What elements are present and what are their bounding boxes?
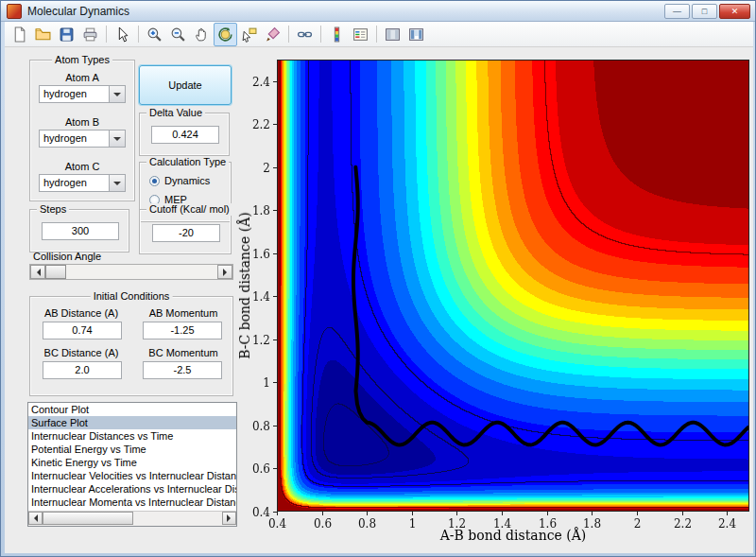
zoom-out-icon: [170, 26, 186, 43]
bc-momentum-label: BC Momentum: [132, 347, 234, 358]
delta-value-panel: Delta Value 0.424: [139, 113, 230, 156]
panel-title: Steps: [37, 203, 69, 216]
figure-toolbar: [5, 22, 753, 47]
steps-input[interactable]: 300: [42, 222, 119, 240]
arrow-left-icon: [30, 514, 38, 522]
arrow-left-icon: [33, 269, 41, 276]
atom-b-label: Atom B: [30, 116, 134, 128]
data-cursor-button[interactable]: [237, 23, 261, 46]
toolbar-separator: [106, 26, 107, 43]
app-icon: [7, 4, 22, 19]
horizontal-scrollbar[interactable]: [28, 511, 236, 526]
pes-contour-plot-canvas[interactable]: [233, 50, 753, 549]
list-item[interactable]: Internuclear Velocities vs Internuclear …: [28, 469, 236, 482]
slider-left-arrow-button[interactable]: [30, 265, 45, 279]
toolbar-separator: [138, 26, 139, 43]
ab-momentum-label: AB Momentum: [132, 307, 234, 319]
panel-title: Cutoff (Kcal/ mol): [146, 203, 232, 216]
chevron-down-icon: [113, 93, 121, 100]
atom-a-select[interactable]: hydrogen: [39, 85, 126, 103]
plot-tools-hide-icon: [385, 26, 401, 43]
atom-a-value: hydrogen: [43, 86, 87, 102]
link-plot-button[interactable]: [293, 23, 317, 46]
data-cursor-icon: [241, 26, 257, 43]
atom-b-value: hydrogen: [43, 131, 87, 147]
atom-a-label: Atom A: [30, 72, 134, 83]
plot-tools-show-icon: [408, 26, 424, 43]
bc-distance-label: BC Distance (A): [30, 347, 132, 358]
rotate-3d-button[interactable]: [214, 23, 237, 46]
radio-dynamics[interactable]: Dynamics: [149, 175, 210, 186]
list-item[interactable]: Internuclear Momenta vs Internuclear Dis…: [28, 496, 236, 509]
pan-button[interactable]: [190, 23, 214, 46]
combo-arrow-button[interactable]: [109, 175, 125, 191]
maximize-button[interactable]: □: [692, 4, 717, 19]
open-file-button[interactable]: [31, 23, 55, 46]
zoom-in-button[interactable]: [143, 23, 166, 46]
rotate-3d-icon: [217, 26, 233, 43]
save-floppy-icon: [59, 26, 75, 43]
scrollbar-thumb[interactable]: [43, 512, 133, 525]
list-item[interactable]: Internuclear Accelerations vs Internucle…: [28, 482, 236, 496]
list-item[interactable]: Contour Plot: [28, 403, 236, 416]
edit-plot-button[interactable]: [111, 23, 134, 46]
pointer-arrow-icon: [114, 26, 130, 43]
slider-right-arrow-button[interactable]: [217, 265, 232, 279]
atom-c-value: hydrogen: [43, 175, 87, 191]
show-plot-tools-button[interactable]: [404, 23, 428, 46]
link-chain-icon: [297, 26, 313, 43]
zoom-out-button[interactable]: [166, 23, 190, 46]
list-item[interactable]: Potential Energy vs Time: [28, 443, 236, 456]
combo-arrow-button[interactable]: [109, 86, 125, 102]
ab-distance-label: AB Distance (A): [30, 307, 132, 319]
bc-momentum-input[interactable]: -2.5: [143, 361, 222, 379]
insert-colorbar-button[interactable]: [325, 23, 349, 46]
list-item[interactable]: Internuclear Distances vs Time: [28, 429, 236, 443]
list-item-selected[interactable]: Surface Plot: [28, 416, 236, 429]
hide-plot-tools-button[interactable]: [381, 23, 404, 46]
colorbar-icon: [329, 26, 345, 43]
brush-data-button[interactable]: [261, 23, 284, 46]
collision-angle-slider[interactable]: [29, 264, 233, 280]
plot-type-listbox[interactable]: Contour Plot Surface Plot Internuclear D…: [27, 402, 237, 527]
plot-area: A-B bond distance (Å) B-C bond distance …: [233, 50, 753, 549]
legend-icon: [352, 26, 369, 43]
close-button[interactable]: ✕: [719, 4, 750, 19]
list-item[interactable]: Kinetic Energy vs Time: [28, 456, 236, 469]
radio-selected-icon: [149, 176, 160, 186]
cutoff-input[interactable]: -20: [152, 224, 220, 242]
toolbar-separator: [320, 26, 321, 43]
insert-legend-button[interactable]: [349, 23, 372, 46]
atom-c-label: Atom C: [30, 161, 134, 172]
arrow-right-icon: [223, 269, 231, 276]
panel-title: Calculation Type: [146, 156, 229, 168]
bc-distance-input[interactable]: 2.0: [43, 361, 122, 379]
new-document-icon: [11, 26, 27, 43]
atom-c-select[interactable]: hydrogen: [39, 174, 126, 192]
hand-pan-icon: [194, 26, 210, 43]
open-folder-icon: [35, 26, 51, 43]
title-bar: Molecular Dynamics — □ ✕: [1, 1, 755, 22]
ab-momentum-input[interactable]: -1.25: [143, 322, 222, 339]
delta-value-input[interactable]: 0.424: [151, 126, 219, 144]
toolbar-separator: [288, 26, 289, 43]
app-window: Molecular Dynamics — □ ✕: [0, 0, 756, 557]
brush-icon: [265, 26, 281, 43]
window-title: Molecular Dynamics: [27, 5, 129, 18]
new-figure-button[interactable]: [8, 23, 31, 46]
scroll-left-button[interactable]: [28, 512, 43, 525]
ab-distance-input[interactable]: 0.74: [43, 322, 122, 339]
slider-thumb[interactable]: [45, 265, 66, 279]
figure-client-area: Atom Types Atom A hydrogen Atom B hydrog…: [5, 22, 753, 553]
zoom-in-icon: [146, 26, 163, 43]
panel-title: Delta Value: [146, 107, 205, 119]
update-button[interactable]: Update: [139, 65, 232, 105]
print-figure-button[interactable]: [78, 23, 102, 46]
atom-b-select[interactable]: hydrogen: [39, 130, 126, 148]
minimize-button[interactable]: —: [664, 4, 690, 19]
toolbar-separator: [376, 26, 377, 43]
combo-arrow-button[interactable]: [109, 131, 125, 147]
save-figure-button[interactable]: [55, 23, 78, 46]
chevron-down-icon: [113, 137, 121, 145]
collision-angle-label: Collision Angle: [33, 251, 101, 262]
